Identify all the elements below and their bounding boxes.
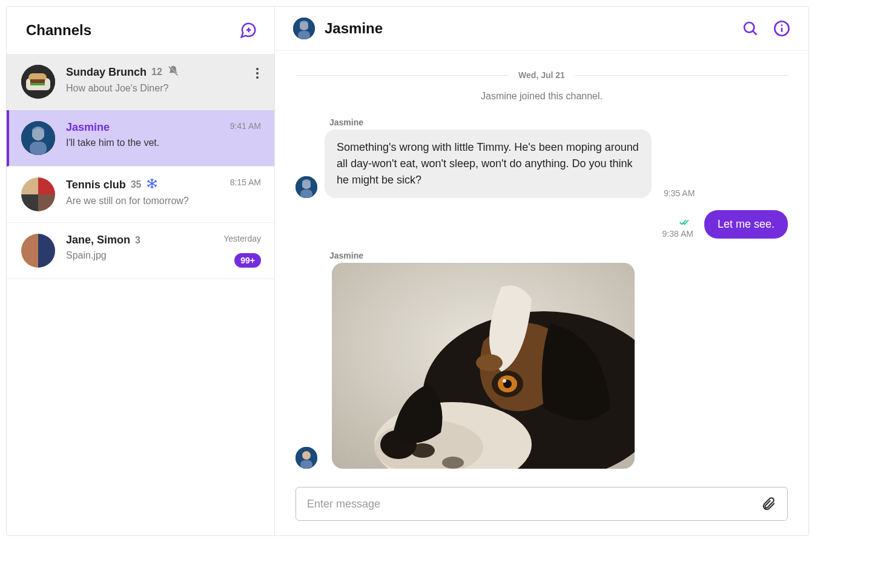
date-divider: Wed, Jul 21 xyxy=(296,70,788,80)
message-row-outgoing: 9:38 AM Let me see. xyxy=(296,210,788,239)
channel-name: Sunday Brunch xyxy=(66,66,147,79)
chat-title: Jasmine xyxy=(325,20,732,37)
message-sender: Jasmine xyxy=(329,117,788,127)
svg-line-20 xyxy=(753,31,756,35)
svg-rect-29 xyxy=(300,460,312,469)
sidebar-title: Channels xyxy=(26,22,91,39)
chat-header: Jasmine xyxy=(275,7,808,51)
read-receipt-icon xyxy=(679,218,691,229)
message-meta: 9:38 AM xyxy=(662,218,693,239)
sidebar: Channels xyxy=(7,7,275,535)
message-sender: Jasmine xyxy=(329,251,788,260)
channel-item-tennis-club[interactable]: Tennis club 35 Are we stil xyxy=(7,167,274,223)
svg-point-35 xyxy=(442,457,464,469)
svg-rect-6 xyxy=(30,83,45,85)
chat-avatar xyxy=(293,18,315,39)
avatar xyxy=(21,234,55,268)
channel-name: Jane, Simon xyxy=(66,234,130,246)
app-root: Channels xyxy=(6,6,809,536)
channel-timestamp: Yesterday xyxy=(223,234,261,243)
image-message[interactable] xyxy=(332,263,635,469)
channel-timestamp: 9:41 AM xyxy=(230,121,261,131)
search-button[interactable] xyxy=(742,20,759,37)
channel-preview: Are we still on for tomorrow? xyxy=(66,196,262,206)
svg-rect-12 xyxy=(30,142,47,155)
more-vertical-icon xyxy=(251,66,263,81)
chat-input xyxy=(296,487,788,521)
message-avatar xyxy=(296,176,317,198)
channel-preview: How about Joe's Diner? xyxy=(66,83,262,94)
paperclip-icon xyxy=(761,496,776,512)
sidebar-header: Channels xyxy=(7,7,274,54)
chat-panel: Jasmine xyxy=(275,7,808,535)
message-group-incoming: Jasmine Something's wrong with little Ti… xyxy=(296,117,788,198)
chat-body[interactable]: Wed, Jul 21 Jasmine joined this channel.… xyxy=(275,51,808,478)
message-input[interactable] xyxy=(307,498,753,510)
message-bubble[interactable]: Something's wrong with little Timmy. He'… xyxy=(325,130,652,198)
channel-more-button[interactable] xyxy=(249,64,266,85)
channel-member-count: 35 xyxy=(131,179,142,190)
message-avatar xyxy=(296,447,317,469)
unread-badge: 99+ xyxy=(234,253,261,268)
new-chat-icon xyxy=(239,21,257,39)
channel-preview: Spain.jpg xyxy=(66,250,262,261)
channel-timestamp: 8:15 AM xyxy=(230,177,261,187)
search-icon xyxy=(742,20,759,37)
svg-point-40 xyxy=(503,379,506,383)
info-button[interactable] xyxy=(773,20,790,37)
message-time: 9:35 AM xyxy=(664,188,695,198)
message-bubble[interactable]: Let me see. xyxy=(704,210,788,239)
chat-input-wrap xyxy=(275,478,808,535)
system-message: Jasmine joined this channel. xyxy=(296,91,788,102)
channel-preview: I'll take him to the vet. xyxy=(66,137,262,148)
message-row xyxy=(296,263,788,469)
svg-rect-26 xyxy=(300,190,312,198)
attach-button[interactable] xyxy=(761,496,776,512)
svg-point-19 xyxy=(744,22,754,32)
svg-point-23 xyxy=(781,24,783,26)
message-row: Something's wrong with little Timmy. He'… xyxy=(296,130,788,198)
date-label: Wed, Jul 21 xyxy=(518,70,565,80)
channel-list: Sunday Brunch 12 How about Joe's Diner? xyxy=(7,54,274,535)
message-group-incoming: Jasmine xyxy=(296,251,788,469)
info-icon xyxy=(773,20,790,37)
svg-point-7 xyxy=(256,68,259,70)
svg-point-28 xyxy=(302,451,311,460)
svg-rect-18 xyxy=(298,31,310,39)
svg-rect-5 xyxy=(30,79,45,83)
muted-icon xyxy=(167,65,179,79)
channel-item-sunday-brunch[interactable]: Sunday Brunch 12 How about Joe's Diner? xyxy=(7,54,274,110)
chat-header-actions xyxy=(742,20,790,37)
avatar xyxy=(21,121,55,155)
avatar xyxy=(21,177,55,211)
svg-point-41 xyxy=(476,354,503,371)
channel-item-jane-simon[interactable]: Jane, Simon 3 Spain.jpg Yesterday 99+ xyxy=(7,223,274,279)
new-channel-button[interactable] xyxy=(239,21,257,39)
channel-member-count: 12 xyxy=(151,67,162,78)
svg-point-9 xyxy=(256,76,259,79)
channel-name: Tennis club xyxy=(66,179,126,191)
channel-item-jasmine[interactable]: Jasmine I'll take him to the vet. 9:41 A… xyxy=(7,110,274,167)
avatar xyxy=(21,65,55,99)
frozen-icon xyxy=(146,177,158,192)
channel-body: Sunday Brunch 12 How about Joe's Diner? xyxy=(66,65,262,94)
channel-name: Jasmine xyxy=(66,121,110,134)
channel-member-count: 3 xyxy=(135,235,140,246)
svg-point-8 xyxy=(256,72,259,74)
message-time: 9:38 AM xyxy=(662,229,693,239)
